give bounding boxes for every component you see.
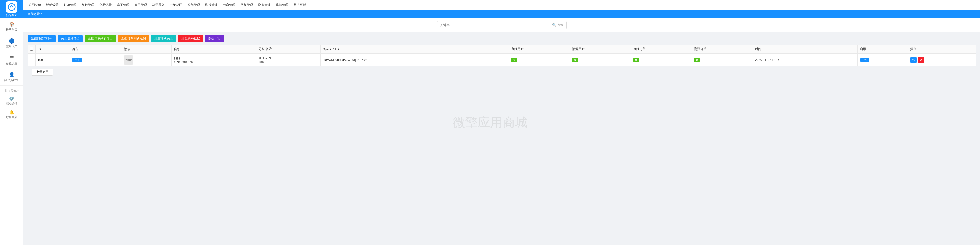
permissions-icon: 👤 [9, 72, 14, 77]
th-runyuan-orders: 润源订单 [692, 45, 753, 54]
sidebar-item-data-update-label: 数据更新 [6, 115, 18, 119]
logo-icon [6, 1, 18, 13]
sidebar-item-data-update[interactable]: 🔔 数据更新 [0, 108, 23, 121]
table-wrap: ID 身份 微信 信息 分组/备注 Openid/UID 直推用户 润源用户 直… [23, 45, 980, 77]
nav-poster-mgmt[interactable]: 海报管理 [203, 0, 220, 10]
nav-one-click-team[interactable]: 一键成团 [167, 0, 185, 10]
row-group: 仙仙-789 789 [256, 54, 321, 66]
th-operation: 操作 [908, 45, 975, 54]
nav-redpacket[interactable]: 红包管理 [79, 0, 97, 10]
sidebar-item-activity-label: 活动管理 [6, 102, 18, 106]
sidebar-section-business: 业务菜单 ▾ ⚙️ 活动管理 🔔 数据更新 [0, 85, 23, 121]
data-update-icon: 🔔 [9, 110, 14, 115]
main-area: 返回菜单 活动设置 订单管理 红包管理 交易记录 员工管理 马甲管理 马甲导入 … [23, 0, 980, 245]
enabled-switch[interactable]: ON [860, 58, 869, 62]
nav-avatar-mgmt[interactable]: 马甲管理 [132, 0, 150, 10]
select-all-checkbox[interactable] [30, 47, 33, 51]
home-icon: 🏠 [9, 21, 14, 27]
btn-wechat-qr[interactable]: 微信扫描二维码 [27, 35, 56, 42]
nav-activity-settings[interactable]: 活动设置 [44, 0, 61, 10]
avatar: Water [124, 55, 133, 65]
delete-button[interactable]: ✕ [918, 57, 924, 63]
search-icon: 🔍 [552, 23, 556, 27]
btn-clear-relation[interactable]: 清理关系数据 [178, 35, 203, 42]
th-runyuan-users: 润源用户 [570, 45, 631, 54]
search-input-wrap: 🔍 搜索 [437, 21, 567, 29]
nav-order-mgmt[interactable]: 订单管理 [61, 0, 79, 10]
nav-return[interactable]: 返回菜单 [26, 0, 44, 10]
sidebar-item-permissions[interactable]: 👤 操作员权限 [0, 69, 23, 85]
runyuan-users-badge: 0 [572, 58, 578, 62]
nav-browse-mgmt[interactable]: 浏览管理 [256, 0, 273, 10]
content-area: 当前数量： 1 🔍 搜索 微信扫描二维码 员工信息导出 直推订单列表导出 直推订… [23, 10, 980, 245]
activity-icon: ⚙️ [9, 96, 14, 101]
stats-label: 当前数量： [27, 12, 43, 16]
stats-bar: 当前数量： 1 [23, 10, 980, 18]
sidebar: 新品帮团 🏠 模块首页 🔵 应用入口 ☰ 参数设置 👤 操作员权限 业务菜单 ▾… [0, 0, 23, 245]
edit-button[interactable]: ✎ [910, 57, 917, 63]
sidebar-section-label: 业务菜单 [5, 89, 17, 93]
group-main: 仙仙-789 [258, 56, 318, 60]
nav-refund-mgmt[interactable]: 退款管理 [273, 0, 291, 10]
info-name: 仙仙 [174, 56, 254, 60]
row-avatar: Water [122, 54, 172, 66]
group-sub: 789 [258, 60, 318, 64]
sidebar-item-home-label: 模块首页 [6, 28, 18, 32]
nav-fans-mgmt[interactable]: 粉丝管理 [185, 0, 203, 10]
nav-data-update[interactable]: 数据更新 [291, 0, 309, 10]
chevron-down-icon: ▾ [18, 90, 19, 92]
sidebar-item-app-label: 应用入口 [6, 45, 18, 49]
th-info: 信息 [172, 45, 256, 54]
sidebar-logo[interactable]: 新品帮团 [0, 0, 23, 18]
action-bar: 微信扫描二维码 员工信息导出 直推订单列表导出 直推订单刷新返佣 清空活跃员工 … [23, 32, 980, 45]
btn-data-rank[interactable]: 数据排行 [205, 35, 224, 42]
nav-staff-mgmt[interactable]: 员工管理 [114, 0, 132, 10]
row-id: 199 [36, 54, 70, 66]
avatar-text: Water [126, 58, 132, 61]
row-checkbox[interactable] [30, 58, 33, 61]
th-openid: Openid/UID [320, 45, 509, 54]
direct-users-badge: 0 [511, 58, 517, 62]
sidebar-item-settings-label: 参数设置 [6, 62, 18, 65]
nav-avatar-import[interactable]: 马甲导入 [150, 0, 167, 10]
stats-value: 1 [44, 12, 46, 16]
sidebar-item-settings[interactable]: ☰ 参数设置 [0, 52, 23, 69]
row-time: 2020-11-07 13:15 [753, 54, 858, 66]
btn-direct-order-export[interactable]: 直推订单列表导出 [85, 35, 116, 42]
search-button[interactable]: 🔍 搜索 [549, 21, 566, 29]
sidebar-nav: 🏠 模块首页 🔵 应用入口 ☰ 参数设置 👤 操作员权限 业务菜单 ▾ ⚙️ 活… [0, 18, 23, 121]
row-openid: eI0VXMu0des/IAZw1XqqNuKvY1s [320, 54, 509, 66]
row-identity: 员工 [70, 54, 122, 66]
th-group: 分组/备注 [256, 45, 321, 54]
sidebar-section-title[interactable]: 业务菜单 ▾ [0, 88, 23, 94]
sidebar-item-home[interactable]: 🏠 模块首页 [0, 18, 23, 35]
search-bar: 🔍 搜索 [23, 18, 980, 32]
nav-card-mgmt[interactable]: 卡密管理 [220, 0, 238, 10]
th-enabled: 启用 [858, 45, 908, 54]
nav-reply-mgmt[interactable]: 回复管理 [238, 0, 256, 10]
nav-trade-log[interactable]: 交易记录 [97, 0, 114, 10]
th-direct-orders: 直推订单 [631, 45, 692, 54]
main-table: ID 身份 微信 信息 分组/备注 Openid/UID 直推用户 润源用户 直… [27, 45, 976, 66]
row-info: 仙仙 15318981079 [172, 54, 256, 66]
identity-tag: 员工 [72, 58, 82, 62]
row-direct-orders: 0 [631, 54, 692, 66]
row-runyuan-orders: 0 [692, 54, 753, 66]
sidebar-item-activity[interactable]: ⚙️ 活动管理 [0, 94, 23, 108]
info-phone: 15318981079 [174, 60, 254, 64]
btn-direct-order-refresh[interactable]: 直推订单刷新返佣 [118, 35, 149, 42]
search-button-label: 搜索 [557, 23, 563, 27]
btn-clear-active-staff[interactable]: 清空活跃员工 [151, 35, 176, 42]
btn-staff-export[interactable]: 员工信息导出 [58, 35, 83, 42]
th-id: ID [36, 45, 70, 54]
runyuan-orders-badge: 0 [694, 58, 700, 62]
sidebar-item-app[interactable]: 🔵 应用入口 [0, 35, 23, 52]
th-direct-users: 直推用户 [509, 45, 570, 54]
app-icon: 🔵 [9, 38, 14, 44]
sidebar-item-permissions-label: 操作员权限 [5, 78, 19, 82]
search-input[interactable] [437, 22, 549, 28]
table-row: 199 员工 Water 仙仙 15318981079 [28, 54, 976, 66]
batch-enable-button[interactable]: 批量启用 [32, 68, 53, 76]
row-enabled: ON [858, 54, 908, 66]
row-direct-users: 0 [509, 54, 570, 66]
